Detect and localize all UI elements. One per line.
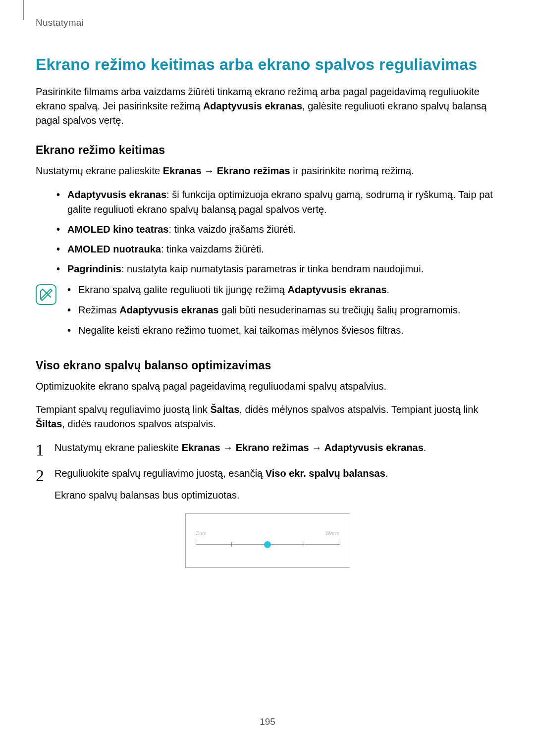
bold-part: Viso ekr. spalvų balansas [266, 468, 385, 479]
note-pre: Režimas [78, 304, 119, 315]
text-part: ir pasirinkite norimą režimą. [290, 165, 414, 176]
note-list: Ekrano spalvą galite reguliuoti tik įjun… [67, 282, 460, 343]
slider-tick [196, 542, 196, 547]
text-part: Nustatymų ekrane palieskite [54, 442, 182, 453]
note-item: Režimas Adaptyvusis ekranas gali būti ne… [67, 302, 460, 318]
note-bold: Adaptyvusis ekranas [287, 284, 386, 295]
text-part: Reguliuokite spalvų reguliavimo juostą, … [54, 468, 266, 479]
note-block: Ekrano spalvą galite reguliuoti tik įjun… [36, 282, 499, 343]
note-item: Negalite keisti ekrano režimo tuomet, ka… [67, 323, 460, 338]
note-icon [36, 284, 56, 305]
mode-list: Adaptyvusis ekranas: ši funkcija optimiz… [56, 187, 499, 276]
list-bold: AMOLED kino teatras [67, 224, 168, 235]
bold-part: Adaptyvusis ekranas [324, 442, 424, 453]
text-part: → [220, 442, 236, 453]
note-post: gali būti nesuderinamas su trečiųjų šali… [218, 304, 460, 315]
slider-track [196, 540, 340, 549]
list-rest: : tinka vaizdo įrašams žiūrėti. [168, 224, 296, 235]
list-bold: Adaptyvusis ekranas [67, 189, 166, 200]
step-subline: Ekrano spalvų balansas bus optimizuotas. [54, 488, 499, 503]
page-section-header: Nustatymai [36, 17, 499, 28]
page-margin-line [23, 0, 24, 20]
text-part: , didės mėlynos spalvos atspalvis. Tempi… [239, 404, 478, 415]
slider-label-cool: Cool [196, 531, 207, 536]
note-bold: Adaptyvusis ekranas [119, 304, 218, 315]
list-item: AMOLED nuotrauka: tinka vaizdams žiūrėti… [56, 242, 499, 256]
bold-part: Ekranas [182, 442, 220, 453]
bold-part: Ekranas [163, 165, 202, 176]
step-item: Nustatymų ekrane palieskite Ekranas → Ek… [36, 440, 499, 455]
list-item: Pagrindinis: nustatyta kaip numatytasis … [56, 261, 499, 276]
bold-part: Šiltas [36, 418, 62, 429]
note-pre: Negalite keisti ekrano režimo tuomet, ka… [78, 325, 404, 336]
section2-p1: Optimizuokite ekrano spalvą pagal pageid… [36, 379, 499, 394]
step-item: Reguliuokite spalvų reguliavimo juostą, … [36, 466, 499, 503]
slider-handle [264, 541, 271, 548]
color-balance-slider-figure: Cool Warm [185, 513, 350, 568]
text-part: → [309, 442, 324, 453]
slider-labels: Cool Warm [196, 531, 340, 536]
slider-tick [231, 542, 232, 547]
slider-tick [340, 542, 340, 547]
text-part: . [385, 468, 388, 479]
note-post: . [387, 284, 390, 295]
steps-list: Nustatymų ekrane palieskite Ekranas → Ek… [36, 440, 499, 503]
list-bold: AMOLED nuotrauka [67, 244, 161, 254]
main-heading: Ekrano režimo keitimas arba ekrano spalv… [36, 55, 499, 74]
subheading-2: Viso ekrano spalvų balanso optimizavimas [36, 359, 499, 372]
bold-part: Šaltas [210, 404, 239, 415]
page-number: 195 [0, 716, 535, 727]
intro-bold: Adaptyvusis ekranas [203, 101, 302, 111]
text-part: Tempiant spalvų reguliavimo juostą link [36, 404, 210, 415]
slider-label-warm: Warm [325, 531, 339, 536]
text-part: → [202, 165, 217, 176]
list-bold: Pagrindinis [67, 263, 121, 274]
slider-tick [304, 542, 304, 547]
note-item: Ekrano spalvą galite reguliuoti tik įjun… [67, 282, 460, 298]
bold-part: Ekrano režimas [217, 165, 290, 176]
section1-instruction: Nustatymų ekrane palieskite Ekranas → Ek… [36, 164, 499, 178]
subheading-1: Ekrano režimo keitimas [36, 144, 499, 157]
note-pre: Ekrano spalvą galite reguliuoti tik įjun… [78, 284, 287, 295]
intro-paragraph: Pasirinkite filmams arba vaizdams žiūrėt… [36, 85, 499, 128]
list-rest: : nustatyta kaip numatytasis parametras … [121, 263, 424, 274]
bold-part: Ekrano režimas [236, 442, 309, 453]
list-item: Adaptyvusis ekranas: ši funkcija optimiz… [56, 187, 499, 217]
list-item: AMOLED kino teatras: tinka vaizdo įrašam… [56, 222, 499, 237]
text-part: . [424, 442, 427, 453]
text-part: , didės raudonos spalvos atspalvis. [62, 418, 215, 429]
list-rest: : tinka vaizdams žiūrėti. [161, 244, 264, 254]
text-part: Nustatymų ekrane palieskite [36, 165, 163, 176]
section2-p2: Tempiant spalvų reguliavimo juostą link … [36, 403, 499, 431]
svg-rect-0 [36, 285, 56, 304]
